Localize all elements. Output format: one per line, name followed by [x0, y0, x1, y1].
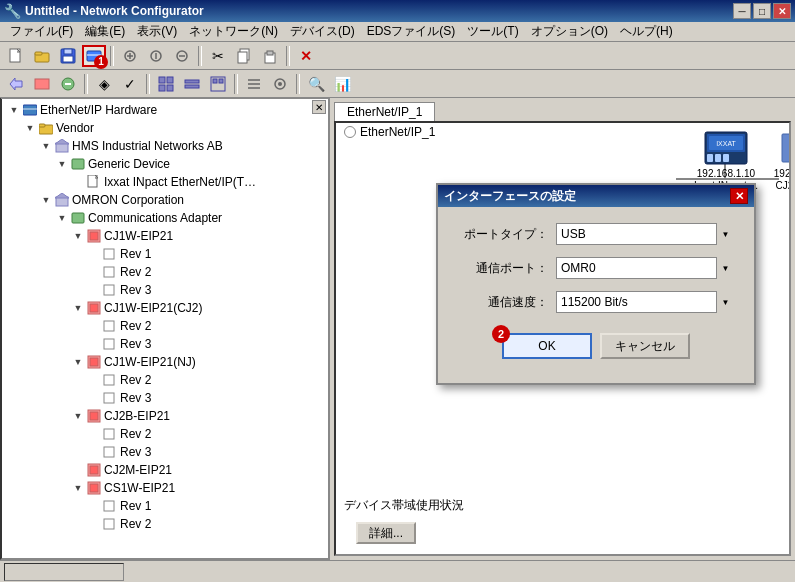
svg-rect-69 [104, 501, 114, 511]
tree-item-hms[interactable]: ▼ HMS Industrial Networks AB [4, 137, 326, 155]
delete-button[interactable]: ✕ [294, 45, 318, 67]
tree-item-cj1wnj-rev2[interactable]: ▷ Rev 2 [4, 371, 326, 389]
dialog-close-button[interactable]: ✕ [730, 188, 748, 204]
menu-edit[interactable]: 編集(E) [79, 21, 131, 42]
tab-ethernetip1[interactable]: EtherNet/IP_1 [334, 102, 435, 121]
save-button[interactable] [56, 45, 80, 67]
tree-item-generic[interactable]: ▼ Generic Device [4, 155, 326, 173]
toolbar-btn-7[interactable] [170, 45, 194, 67]
toolbar-1: 1 ✂ ✕ [0, 42, 795, 70]
tree-item-ixxat[interactable]: ▷ Ixxat INpact EtherNet/IP(T… [4, 173, 326, 191]
tree-label-root: EtherNet/IP Hardware [40, 103, 157, 117]
tree-item-cj1w[interactable]: ▼ CJ1W-EIP21 [4, 227, 326, 245]
device2-icon [70, 210, 86, 226]
menu-option[interactable]: オプション(O) [525, 21, 614, 42]
tree-item-cj1w-rev1[interactable]: ▷ Rev 1 [4, 245, 326, 263]
toolbar2-btn-6[interactable] [154, 73, 178, 95]
ok-button[interactable]: OK [502, 333, 592, 359]
toolbar-sep-2 [198, 46, 202, 66]
cut-button[interactable]: ✂ [206, 45, 230, 67]
tree-item-cj1wcj2[interactable]: ▼ CJ1W-EIP21(CJ2) [4, 299, 326, 317]
menu-network[interactable]: ネットワーク(N) [183, 21, 284, 42]
svg-marker-19 [10, 78, 22, 90]
tree-item-cs1w-rev2[interactable]: ▷ Rev 2 [4, 515, 326, 533]
comm-speed-label: 通信速度： [458, 294, 548, 311]
network-button[interactable]: 1 [82, 45, 106, 67]
expand-icon: ▼ [54, 156, 70, 172]
tree-item-cs1w-rev1[interactable]: ▷ Rev 1 [4, 497, 326, 515]
toolbar2-btn-4[interactable]: ◈ [92, 73, 116, 95]
left-panel-close-button[interactable]: ✕ [312, 100, 326, 114]
toolbar2-btn-7[interactable] [180, 73, 204, 95]
close-button[interactable]: ✕ [773, 3, 791, 19]
tree-item-cs1w[interactable]: ▼ CS1W-EIP21 [4, 479, 326, 497]
comm-port-select-wrapper[interactable]: OMR0 COM1 COM2 COM3 ▼ [556, 257, 734, 279]
toolbar-btn-6[interactable] [144, 45, 168, 67]
comm-speed-select[interactable]: 115200 Bit/s 57600 Bit/s 38400 Bit/s 192… [556, 291, 734, 313]
svg-rect-5 [63, 56, 73, 62]
menu-tool[interactable]: ツール(T) [461, 21, 524, 42]
toolbar2-btn-3[interactable] [56, 73, 80, 95]
svg-rect-56 [104, 339, 114, 349]
tree-item-cj2b-rev3[interactable]: ▷ Rev 3 [4, 443, 326, 461]
tree-item-comadap[interactable]: ▼ Communications Adapter [4, 209, 326, 227]
copy-button[interactable] [232, 45, 256, 67]
tree-item-cj1wcj2-rev3[interactable]: ▷ Rev 3 [4, 335, 326, 353]
comm-speed-select-wrapper[interactable]: 115200 Bit/s 57600 Bit/s 38400 Bit/s 192… [556, 291, 734, 313]
menu-device[interactable]: デバイス(D) [284, 21, 361, 42]
dialog-title-text: インターフェースの設定 [444, 188, 576, 205]
tree-item-cj2m[interactable]: ▷ CJ2M-EIP21 [4, 461, 326, 479]
toolbar-btn-5[interactable] [118, 45, 142, 67]
maximize-button[interactable]: □ [753, 3, 771, 19]
tree-item-cj1wcj2-rev2[interactable]: ▷ Rev 2 [4, 317, 326, 335]
tree-item-cj1wnj[interactable]: ▼ CJ1W-EIP21(NJ) [4, 353, 326, 371]
leaf-icon2: ▷ [86, 264, 102, 280]
toolbar2-btn-12[interactable]: 📊 [330, 73, 354, 95]
toolbar2-btn-2[interactable] [30, 73, 54, 95]
menu-file[interactable]: ファイル(F) [4, 21, 79, 42]
svg-rect-60 [104, 393, 114, 403]
toolbar2-btn-11[interactable]: 🔍 [304, 73, 328, 95]
rev10-icon [102, 498, 118, 514]
cancel-button[interactable]: キャンセル [600, 333, 690, 359]
toolbar2-btn-1[interactable] [4, 73, 28, 95]
canvas-area: EtherNet/IP_1 IXXAT [334, 121, 791, 556]
paste-button[interactable] [258, 45, 282, 67]
expand-icon: ▼ [6, 102, 22, 118]
minimize-button[interactable]: ─ [733, 3, 751, 19]
tree-item-cj1w-rev2[interactable]: ▷ Rev 2 [4, 263, 326, 281]
svg-rect-54 [90, 304, 98, 312]
tree-item-cj2b[interactable]: ▼ CJ2B-EIP21 [4, 407, 326, 425]
port-type-select-wrapper[interactable]: USB Serial Ethernet ▼ [556, 223, 734, 245]
tree-label-cs1w-rev2: Rev 2 [120, 517, 151, 531]
port-type-select[interactable]: USB Serial Ethernet [556, 223, 734, 245]
menu-help[interactable]: ヘルプ(H) [614, 21, 679, 42]
module6-icon [86, 480, 102, 496]
comm-port-select[interactable]: OMR0 COM1 COM2 COM3 [556, 257, 734, 279]
tree-item-vendor[interactable]: ▼ Vendor [4, 119, 326, 137]
svg-rect-66 [90, 466, 98, 474]
tree-container[interactable]: ▼ EtherNet/IP Hardware ▼ Vendor ▼ HMS In… [2, 99, 328, 558]
toolbar2-btn-9[interactable] [242, 73, 266, 95]
leaf-icon6: ▷ [86, 372, 102, 388]
menu-view[interactable]: 表示(V) [131, 21, 183, 42]
open-button[interactable] [30, 45, 54, 67]
tree-item-cj2b-rev2[interactable]: ▷ Rev 2 [4, 425, 326, 443]
new-button[interactable] [4, 45, 28, 67]
tree-item-cj1w-rev3[interactable]: ▷ Rev 3 [4, 281, 326, 299]
tree-label-cj2m: CJ2M-EIP21 [104, 463, 172, 477]
tree-item-root[interactable]: ▼ EtherNet/IP Hardware [4, 101, 326, 119]
toolbar2-btn-10[interactable] [268, 73, 292, 95]
toolbar2-btn-8[interactable] [206, 73, 230, 95]
tree-item-omron[interactable]: ▼ OMRON Corporation [4, 191, 326, 209]
expand-icon: ▼ [38, 138, 54, 154]
menu-eds[interactable]: EDSファイル(S) [361, 21, 462, 42]
tree-label-cj1w: CJ1W-EIP21 [104, 229, 173, 243]
svg-rect-31 [219, 79, 223, 83]
leaf-icon5: ▷ [86, 336, 102, 352]
tree-item-cj1wnj-rev3[interactable]: ▷ Rev 3 [4, 389, 326, 407]
rev7-icon [102, 390, 118, 406]
tree-label-cj1w-rev3: Rev 3 [120, 283, 151, 297]
toolbar2-btn-5[interactable]: ✓ [118, 73, 142, 95]
toolbar-sep-3 [286, 46, 290, 66]
